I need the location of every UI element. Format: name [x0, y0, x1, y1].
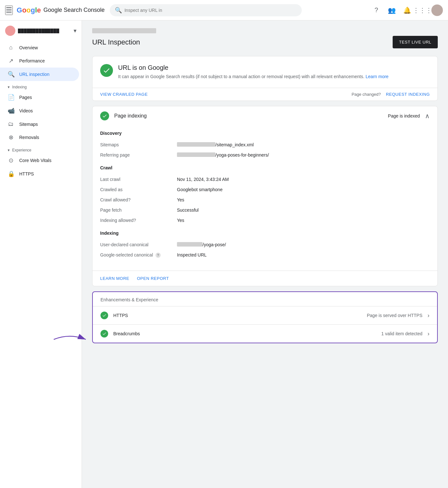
indexing-header[interactable]: Page indexing Page is indexed ∧: [92, 106, 437, 126]
indexing-check-icon: [100, 111, 109, 120]
detail-label: Crawl allowed?: [100, 197, 177, 202]
sidebar-item-performance[interactable]: ↗ Performance: [0, 54, 79, 68]
enhancements-title: Enhancements & Experience: [93, 292, 437, 305]
status-check-icon: [100, 64, 113, 77]
sidebar-item-label: Removals: [19, 135, 39, 140]
detail-value: Successful: [177, 207, 199, 213]
enhancement-name: Breadcrumbs: [113, 331, 381, 336]
experience-section-label: ▾ Experience: [0, 144, 82, 154]
sidebar-item-overview[interactable]: ⌂ Overview: [0, 41, 79, 54]
learn-more-link[interactable]: Learn more: [366, 74, 389, 79]
sidebar: ██████████████ ▾ ⌂ Overview ↗ Performanc…: [0, 20, 82, 488]
top-nav: ☰ Google Google Search Console 🔍 ? 👥 🔔 ⋮…: [0, 0, 448, 20]
status-text: URL is on Google It can appear in Google…: [118, 64, 388, 80]
status-card: URL is on Google It can appear in Google…: [92, 56, 438, 101]
sidebar-item-videos[interactable]: 📹 Videos: [0, 104, 79, 118]
detail-value: /yoga-poses-for-beginners/: [177, 152, 269, 158]
detail-row-indexing-allowed: Indexing allowed? Yes: [100, 215, 430, 225]
help-tooltip-icon[interactable]: ?: [156, 253, 161, 258]
detail-row-sitemaps: Sitemaps /sitemap_index.xml: [100, 140, 430, 150]
enhancement-check-icon: [100, 330, 108, 338]
discovery-section-title: Discovery: [100, 131, 430, 136]
detail-row-crawled-as: Crawled as Googlebot smartphone: [100, 184, 430, 195]
indexing-card: Page indexing Page is indexed ∧ Discover…: [92, 106, 438, 286]
indexing-section-title: Indexing: [100, 231, 430, 236]
enhancement-row-https[interactable]: HTTPS Page is served over HTTPS ›: [93, 306, 437, 324]
page-header: URL Inspection TEST LIVE URL: [92, 36, 438, 48]
sidebar-item-sitemaps[interactable]: 🗂 Sitemaps: [0, 118, 79, 131]
collapse-icon[interactable]: ▾: [8, 148, 10, 152]
enhancements-wrapper: Enhancements & Experience HTTPS Page is …: [92, 291, 438, 343]
sidebar-item-url-inspection[interactable]: 🔍 URL inspection: [0, 68, 79, 81]
sidebar-item-label: Performance: [19, 58, 45, 63]
enhancement-check-icon: [100, 312, 108, 319]
help-icon[interactable]: ?: [370, 4, 383, 17]
arrow-annotation: [51, 330, 89, 349]
page-title: URL Inspection: [92, 38, 140, 46]
detail-row-google-canonical: Google-selected canonical ? Inspected UR…: [100, 250, 430, 260]
test-live-url-button[interactable]: TEST LIVE URL: [393, 36, 438, 48]
property-avatar: [5, 26, 15, 36]
cwv-icon: ⊙: [8, 157, 14, 164]
detail-label: User-declared canonical: [100, 242, 177, 247]
home-icon: ⌂: [8, 44, 14, 51]
app-name: Google Search Console: [44, 7, 105, 13]
page-changed-text: Page changed?: [352, 92, 381, 97]
sidebar-item-pages[interactable]: 📄 Pages: [0, 91, 79, 104]
detail-label: Sitemaps: [100, 142, 177, 147]
detail-row-user-canonical: User-declared canonical /yoga-pose/: [100, 240, 430, 250]
detail-value: Inspected URL: [177, 252, 207, 257]
sidebar-item-https[interactable]: 🔒 HTTPS: [0, 167, 79, 181]
indexing-title: Page indexing: [114, 113, 388, 119]
avatar[interactable]: [431, 4, 443, 16]
property-selector[interactable]: ██████████████ ▾: [0, 23, 82, 38]
sidebar-item-core-web-vitals[interactable]: ⊙ Core Web Vitals: [0, 154, 79, 167]
search-input[interactable]: [124, 8, 297, 13]
detail-label: Last crawl: [100, 177, 177, 182]
detail-row-referring-page: Referring page /yoga-poses-for-beginners…: [100, 150, 430, 160]
detail-value: /yoga-pose/: [177, 242, 226, 247]
enhancement-status: Page is served over HTTPS: [367, 313, 422, 318]
enhancements-card: Enhancements & Experience HTTPS Page is …: [92, 291, 438, 343]
main-content: URL Inspection TEST LIVE URL URL is on G…: [82, 20, 448, 488]
detail-row-last-crawl: Last crawl Nov 11, 2024, 3:43:24 AM: [100, 174, 430, 184]
sidebar-item-label: Core Web Vitals: [19, 158, 52, 163]
enhancement-status: 1 valid item detected: [381, 331, 422, 336]
breadcrumb: [92, 28, 438, 33]
search-icon: 🔍: [8, 71, 14, 78]
collapse-icon[interactable]: ▾: [8, 85, 10, 89]
sidebar-item-label: HTTPS: [19, 171, 34, 176]
request-indexing-button[interactable]: REQUEST INDEXING: [386, 92, 430, 97]
https-icon: 🔒: [8, 170, 14, 177]
enhancement-name: HTTPS: [113, 313, 367, 318]
detail-value: Yes: [177, 218, 184, 223]
open-report-button[interactable]: OPEN REPORT: [137, 276, 169, 281]
property-name: ██████████████: [18, 28, 71, 33]
status-title: URL is on Google: [118, 64, 388, 71]
sidebar-item-removals[interactable]: ⊗ Removals: [0, 131, 79, 144]
search-bar[interactable]: 🔍: [110, 4, 302, 16]
notifications-icon[interactable]: 🔔: [401, 4, 413, 17]
search-icon: 🔍: [115, 7, 122, 14]
removals-icon: ⊗: [8, 134, 14, 141]
chevron-right-icon: ›: [428, 330, 429, 337]
detail-row-crawl-allowed: Crawl allowed? Yes: [100, 195, 430, 205]
detail-label: Google-selected canonical ?: [100, 252, 177, 258]
detail-label: Indexing allowed?: [100, 218, 177, 223]
apps-icon[interactable]: ⋮⋮⋮: [416, 4, 429, 17]
enhancement-row-breadcrumbs[interactable]: Breadcrumbs 1 valid item detected ›: [93, 324, 437, 343]
property-dropdown-icon[interactable]: ▾: [74, 27, 76, 34]
chevron-right-icon: ›: [428, 312, 429, 319]
view-crawled-page-button[interactable]: VIEW CRAWLED PAGE: [100, 92, 148, 97]
people-icon[interactable]: 👥: [385, 4, 398, 17]
indexing-body: Discovery Sitemaps /sitemap_index.xml Re…: [92, 131, 437, 268]
menu-icon[interactable]: ☰: [5, 5, 13, 15]
learn-more-button[interactable]: LEARN MORE: [100, 276, 129, 281]
detail-value: Yes: [177, 197, 184, 202]
crawl-section-title: Crawl: [100, 165, 430, 170]
videos-icon: 📹: [8, 107, 14, 114]
sidebar-item-label: Videos: [19, 108, 33, 113]
indexing-status: Page is indexed: [388, 113, 420, 118]
status-desc: It can appear in Google Search results (…: [118, 73, 388, 80]
status-actions: VIEW CRAWLED PAGE Page changed? REQUEST …: [92, 88, 437, 101]
